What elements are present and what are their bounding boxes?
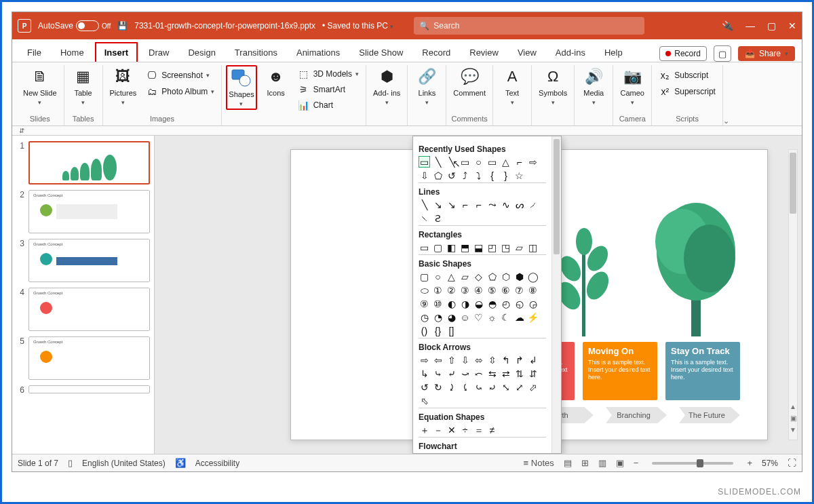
shape-option[interactable]: ⬀ — [527, 381, 539, 393]
smartart-button[interactable]: ⚞SmartArt — [295, 82, 362, 97]
view-slideshow-button[interactable]: ▣ — [616, 458, 624, 468]
slide-canvas[interactable]: Third PhaseThis is a sample text. Insert… — [155, 136, 802, 454]
shape-option[interactable]: ⬁ — [419, 395, 430, 406]
minimize-button[interactable]: — — [745, 20, 755, 31]
shape-option[interactable]: ＝ — [473, 424, 484, 435]
tab-addins[interactable]: Add-ins — [547, 43, 594, 62]
shapes-panel-scrollbar[interactable] — [551, 136, 561, 453]
shape-option[interactable]: { — [486, 170, 498, 181]
shape-option[interactable]: ⇄ — [500, 368, 511, 379]
shape-option[interactable]: － — [432, 424, 444, 435]
tab-design[interactable]: Design — [180, 43, 223, 62]
shape-option[interactable]: {} — [432, 325, 444, 336]
slide-nav-footer[interactable]: ▲▣▼ — [788, 403, 798, 433]
shape-option[interactable]: ◴ — [500, 298, 511, 309]
shape-option[interactable]: ▭ — [419, 156, 430, 168]
shape-option[interactable]: ⬒ — [459, 241, 471, 253]
photo-album-button[interactable]: 🗂Photo Album ▾ — [143, 84, 217, 99]
shape-option[interactable]: ↳ — [419, 368, 430, 379]
shape-option[interactable]: ◶ — [527, 298, 539, 309]
shape-option[interactable]: ⑦ — [513, 284, 525, 296]
shape-option[interactable]: ＋ — [419, 424, 430, 435]
shape-option[interactable]: ⤺ — [473, 368, 484, 379]
symbols-button[interactable]: ΩSymbols▾ — [536, 65, 570, 107]
autosave-switch[interactable] — [76, 20, 99, 31]
tab-draw[interactable]: Draw — [140, 43, 177, 62]
shape-option[interactable]: ☾ — [500, 311, 511, 323]
superscript-button[interactable]: x²Superscript — [656, 84, 718, 99]
shape-option[interactable]: ⑨ — [419, 298, 430, 309]
shape-option[interactable]: ◧ — [446, 241, 457, 253]
shape-option[interactable]: ○ — [473, 156, 484, 168]
new-slide-button[interactable]: 🗎 New Slide▾ — [20, 65, 60, 107]
3d-models-button[interactable]: ⬚3D Models ▾ — [295, 66, 362, 81]
tab-slideshow[interactable]: Slide Show — [351, 43, 411, 62]
vertical-scrollbar[interactable] — [788, 149, 798, 440]
links-button[interactable]: 🔗Links▾ — [412, 65, 442, 107]
shapes-dropdown-panel[interactable]: Recently Used Shapes▭╲╲▭○▭△⌐⇨⇩⬠↺⤴⤵{}☆Lin… — [412, 136, 562, 454]
screenshot-button[interactable]: 🖵Screenshot ▾ — [143, 68, 217, 83]
shape-option[interactable]: ⇵ — [527, 368, 539, 379]
tab-view[interactable]: View — [509, 43, 545, 62]
close-button[interactable]: ✕ — [788, 20, 796, 31]
shape-option[interactable]: ⤻ — [459, 368, 471, 379]
record-button[interactable]: Record — [659, 46, 707, 61]
zoom-in-button[interactable]: + — [747, 458, 752, 468]
shape-option[interactable]: ⌐ — [513, 156, 525, 168]
shape-option[interactable]: ⬠ — [486, 271, 498, 282]
shape-option[interactable]: ⇅ — [513, 368, 525, 379]
shape-option[interactable]: ◷ — [419, 311, 430, 323]
thumbnail-2[interactable]: Growth Concept — [28, 190, 150, 233]
language-status[interactable]: English (United States) — [82, 459, 166, 468]
filename[interactable]: 7331-01-growth-concept-for-powerpoint-16… — [134, 21, 315, 31]
shape-option[interactable]: ✕ — [446, 424, 457, 435]
shape-option[interactable]: ⬢ — [513, 271, 525, 282]
shape-option[interactable]: ≠ — [486, 424, 498, 435]
zoom-out-button[interactable]: − — [634, 458, 639, 468]
shape-option[interactable]: ☆ — [513, 170, 525, 181]
shape-option[interactable]: ↰ — [500, 354, 511, 366]
thumbnail-1[interactable] — [28, 141, 150, 185]
shape-option[interactable]: ⤵ — [473, 170, 484, 181]
accessibility-status[interactable]: Accessibility — [195, 459, 239, 468]
shape-option[interactable]: } — [500, 170, 511, 181]
shape-option[interactable]: ∿ — [500, 199, 511, 210]
shape-option[interactable]: ⤢ — [513, 381, 525, 393]
save-icon[interactable]: 💾 — [117, 21, 128, 31]
shape-option[interactable]: ⤸ — [446, 381, 457, 393]
shape-option[interactable]: () — [419, 325, 430, 336]
shape-option[interactable]: ⬭ — [419, 284, 430, 296]
shape-option[interactable]: ☼ — [486, 311, 498, 323]
shape-option[interactable]: ◰ — [486, 241, 498, 253]
shape-option[interactable]: ⑧ — [527, 284, 539, 296]
phase-card-5[interactable]: Stay On TrackThis is a sample text. Inse… — [665, 342, 740, 400]
addins-button[interactable]: ⬢Add- ins▾ — [370, 65, 403, 107]
tab-animations[interactable]: Animations — [288, 43, 348, 62]
shape-option[interactable]: ⤹ — [459, 381, 471, 393]
shape-option[interactable]: ⇆ — [486, 368, 498, 379]
shape-option[interactable]: ↘ — [446, 199, 457, 210]
shape-option[interactable]: [] — [446, 325, 457, 336]
fit-button[interactable]: ⛶ — [788, 458, 796, 468]
table-button[interactable]: ▦ Table▾ — [69, 65, 98, 107]
shape-option[interactable]: ⑤ — [486, 284, 498, 296]
shape-option[interactable]: ⇩ — [419, 170, 430, 181]
shape-option[interactable]: ↻ — [432, 381, 444, 393]
pictures-button[interactable]: 🖼 Pictures▾ — [107, 65, 140, 107]
shape-option[interactable]: ⌐ — [459, 199, 471, 210]
shape-option[interactable]: ⇩ — [459, 354, 471, 366]
comment-button[interactable]: 💬Comment — [450, 65, 488, 98]
shape-option[interactable]: ⌐ — [473, 199, 484, 210]
shape-option[interactable]: ⤳ — [486, 199, 498, 210]
shape-option[interactable]: ⇳ — [486, 354, 498, 366]
shape-option[interactable]: ④ — [473, 284, 484, 296]
shape-option[interactable]: ◇ — [473, 271, 484, 282]
thumbnail-6[interactable] — [28, 385, 150, 393]
shape-option[interactable]: ↺ — [446, 170, 457, 181]
icons-button[interactable]: ☻ Icons — [261, 65, 291, 98]
cameo-button[interactable]: 📷Cameo▾ — [617, 65, 647, 107]
shape-option[interactable]: ᔕ — [513, 199, 525, 210]
present-button[interactable]: ▢ — [714, 45, 731, 62]
shape-option[interactable]: ▭ — [459, 156, 471, 168]
ribbon-overflow-button[interactable]: ⇵ — [19, 127, 24, 134]
